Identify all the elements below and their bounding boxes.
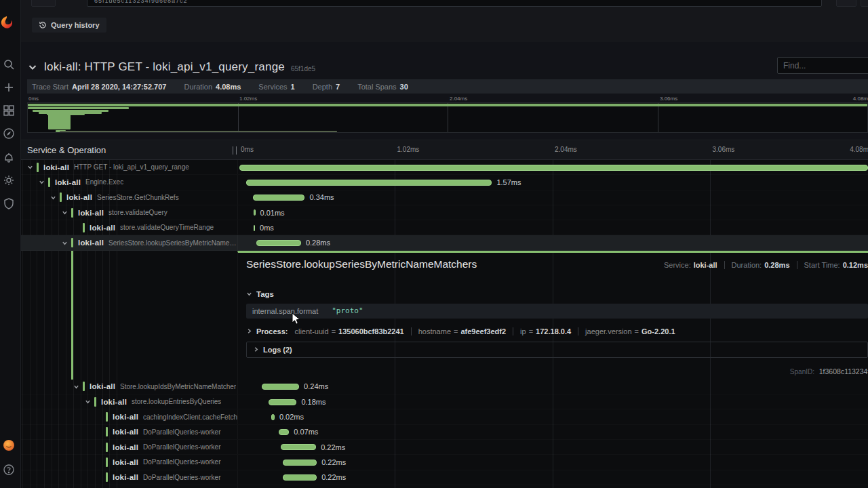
span-operation-name: SeriesStore.GetChunkRefs [97,194,179,201]
span-name-cell[interactable]: loki-allDoParallelQueries-worker [20,427,237,436]
span-bar-cell[interactable]: 0.22ms [237,440,868,454]
span-id-value: 1f3608c113234f9d [819,367,868,375]
span-service-name: loki-all [78,209,104,217]
span-name-cell[interactable]: loki-allSeriesStore.GetChunkRefs [20,192,237,202]
detail-starttime-label: Start Time: [804,261,840,269]
process-section-toggle[interactable]: Process: client-uuid=135060bcf83b2241hos… [246,327,868,336]
span-duration-bar[interactable] [283,474,317,481]
span-duration-bar[interactable] [271,414,275,420]
chevron-down-icon[interactable] [39,179,48,186]
create-plus-icon[interactable] [3,81,16,95]
span-name-cell[interactable]: loki-allDoParallelQueries-worker [20,443,237,452]
span-name-cell[interactable]: loki-allstore.validateQueryTimeRange [20,223,237,232]
span-duration-bar[interactable] [253,195,304,201]
span-name-cell[interactable]: loki-allstore.validateQuery [20,208,237,218]
help-circle-icon[interactable] [3,464,16,477]
chevron-down-icon[interactable] [73,383,83,390]
span-row[interactable]: loki-allstore.lookupEntriesByQueries0.18… [20,394,868,409]
span-name-cell[interactable]: loki-allDoParallelQueries-worker [20,458,237,467]
minimap-canvas[interactable] [27,102,868,133]
span-duration-bar[interactable] [281,444,316,450]
chevron-down-icon[interactable] [62,239,71,246]
logs-section-toggle[interactable]: Logs (2) [246,342,868,358]
toolbar-button-clipped[interactable] [31,0,56,7]
span-row[interactable]: loki-allDoParallelQueries-worker0.22ms [20,470,868,485]
span-bar-cell[interactable]: 0.07ms [237,425,868,439]
span-name-cell[interactable]: loki-allDoParallelQueries-worker [20,472,237,482]
span-bar-cell[interactable]: 0.34ms [237,190,868,205]
span-name-cell[interactable]: loki-allHTTP GET - loki_api_v1_query_ran… [20,163,237,172]
user-avatar[interactable] [3,439,16,453]
admin-shield-icon[interactable] [3,197,16,211]
span-row[interactable]: loki-allEngine.Exec1.57ms [20,175,868,190]
span-row[interactable]: loki-allSeriesStore.GetChunkRefs0.34ms [20,190,868,205]
span-bar-cell[interactable]: 0.24ms [237,380,868,394]
span-duration-bar[interactable] [279,429,289,435]
span-row[interactable]: loki-allDoParallelQueries-worker0.22ms [20,485,868,488]
span-bar-cell[interactable] [237,160,868,174]
meta-value: April 28 2020, 14:27:52.707 [72,83,166,91]
span-row[interactable]: loki-allDoParallelQueries-worker0.22ms [20,440,868,455]
span-row[interactable]: loki-allDoParallelQueries-worker0.07ms [20,425,868,440]
span-row[interactable]: loki-allHTTP GET - loki_api_v1_query_ran… [20,160,868,175]
chevron-down-icon[interactable] [85,399,94,405]
span-duration-bar[interactable] [239,165,868,171]
toolbar-button-clipped-2[interactable] [836,0,856,7]
span-name-cell[interactable]: loki-allstore.lookupEntriesByQueries [20,397,237,407]
span-row[interactable]: loki-allStore.lookupIdsByMetricNameMatch… [20,380,868,394]
meta-label: Duration [184,83,212,91]
span-bar-cell[interactable]: 0.22ms [237,470,868,485]
toolbar-button-clipped-3[interactable] [861,0,868,7]
grafana-logo-icon[interactable] [0,15,16,33]
trace-collapse-chevron-icon[interactable] [27,62,38,73]
span-row[interactable]: loki-allstore.validateQueryTimeRange0ms [20,220,868,235]
chevron-down-icon[interactable] [27,164,37,171]
logs-label: Logs (2) [263,346,292,354]
span-bar-cell[interactable]: 0.01ms [237,205,868,220]
dashboards-grid-icon[interactable] [3,104,16,118]
meta-value: 4.08ms [216,83,241,91]
process-key: jaeger.version [585,327,632,336]
span-row[interactable]: loki-allcachingIndexClient.cacheFetch0.0… [20,409,868,424]
tag-row[interactable]: internal.span.format "proto" [246,304,868,319]
span-operation-name: store.lookupEntriesByQueries [132,398,221,405]
configuration-gear-icon[interactable] [3,174,16,188]
query-history-button[interactable]: Query history [32,18,106,33]
span-bar-cell[interactable]: 1.57ms [237,175,868,189]
span-bar-cell[interactable]: 0.22ms [237,485,868,488]
alerting-bell-icon[interactable] [3,151,16,165]
span-name-cell[interactable]: loki-allcachingIndexClient.cacheFetch [20,412,237,422]
explore-compass-icon[interactable] [3,127,16,141]
minimap-span-bar [28,107,129,109]
span-bar-cell[interactable]: 0.18ms [237,394,868,409]
chevron-down-icon[interactable] [50,194,60,201]
span-duration-label: 0.22ms [321,473,346,481]
span-operation-name: Store.lookupIdsByMetricNameMatcher [120,383,236,390]
tags-section-toggle[interactable]: Tags [246,290,868,298]
trace-minimap[interactable]: 0ms1.02ms2.04ms3.06ms4.08ms [27,96,868,133]
chevron-down-icon[interactable] [62,209,71,216]
span-bar-cell[interactable]: 0.28ms [237,235,868,249]
minimap-gridline [658,103,658,132]
span-row[interactable]: loki-allDoParallelQueries-worker0.22ms [20,455,868,470]
span-row[interactable]: loki-allSeriesStore.lookupSeriesByMetric… [20,235,868,250]
span-bar-cell[interactable]: 0.22ms [237,455,868,469]
find-input[interactable]: Find... [777,57,868,74]
span-row[interactable]: loki-allstore.validateQuery0.01ms [20,205,868,220]
span-duration-bar[interactable] [254,209,255,216]
span-name-cell[interactable]: loki-allStore.lookupIdsByMetricNameMatch… [20,382,237,391]
span-service-name: loki-all [101,398,127,406]
span-duration-bar[interactable] [269,399,297,405]
span-name-cell[interactable]: loki-allEngine.Exec [20,178,237,187]
span-name-cell[interactable]: loki-allSeriesStore.lookupSeriesByMetric… [20,238,237,247]
search-icon[interactable] [3,58,16,72]
span-bar-cell[interactable]: 0ms [237,220,868,235]
span-duration-bar[interactable] [283,460,317,466]
span-bar-cell[interactable]: 0.02ms [237,409,868,424]
span-duration-bar[interactable] [262,384,299,390]
span-duration-bar[interactable] [254,225,255,231]
column-resize-handle[interactable] [233,146,237,155]
query-input-clipped[interactable]: 65f1de5c113234f9d6e8a7c2 [87,0,822,7]
span-duration-bar[interactable] [246,180,492,186]
span-duration-bar[interactable] [256,240,301,246]
